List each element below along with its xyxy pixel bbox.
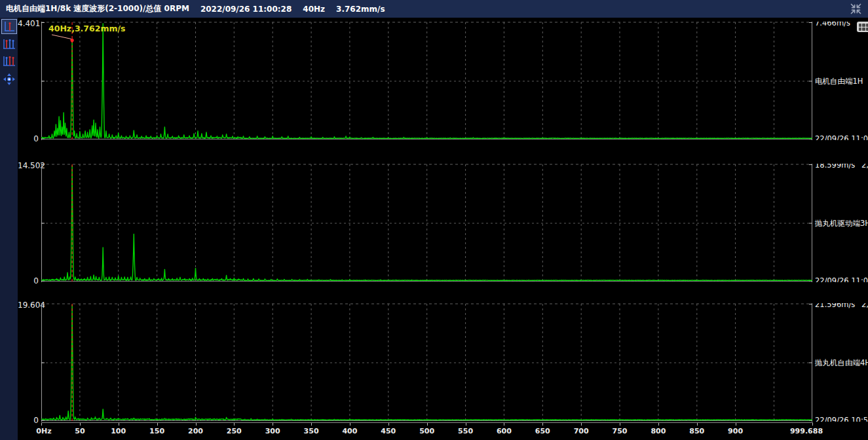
x-tick xyxy=(466,423,466,426)
x-tick xyxy=(581,423,582,426)
x-tick xyxy=(196,423,197,426)
channel-timestamp: 22/09/26 11:00:2 xyxy=(815,135,868,140)
spectrum-plot[interactable] xyxy=(41,22,812,140)
x-tick-label: 350 xyxy=(304,427,319,435)
x-tick-label: 800 xyxy=(651,427,666,435)
channel-name: 抛丸机驱动端3H xyxy=(815,219,868,227)
x-tick-label: 200 xyxy=(188,427,203,435)
x-tick xyxy=(388,423,389,426)
x-tick xyxy=(119,423,119,426)
x-tick xyxy=(157,423,158,426)
x-tick xyxy=(80,423,81,426)
x-tick-label: 900 xyxy=(728,427,743,435)
y-max-label: 4.401 xyxy=(18,20,39,28)
pan-tool[interactable] xyxy=(1,71,17,86)
channel-name: 抛丸机自由端4H xyxy=(815,359,868,367)
header-datetime: 2022/09/26 11:00:28 xyxy=(200,5,292,14)
header-cursor-frequency: 40Hz xyxy=(303,5,325,14)
x-tick-label: 50 xyxy=(75,427,85,435)
x-tick xyxy=(620,423,620,426)
spectrum-plot[interactable] xyxy=(41,164,812,282)
x-tick xyxy=(273,423,273,426)
x-axis: 0Hz5010015020025030035040045050055060065… xyxy=(41,422,868,439)
x-tick-label: 400 xyxy=(342,427,357,435)
spectrum-single-stem-icon xyxy=(3,20,16,33)
spectrum-plot[interactable] xyxy=(41,303,812,422)
x-tick xyxy=(427,423,428,426)
plot-region: 4.401 0 40Hz,3.762mm/s 7.466m/s^2,0RPM 电… xyxy=(18,18,868,440)
header-bar: 电机自由端1H/8k 速度波形(2-1000)/总值 0RPM 2022/09/… xyxy=(0,0,868,18)
spectrum-multi-stem-icon xyxy=(2,54,16,67)
x-tick-label: 0Hz xyxy=(36,427,51,435)
scale-tool-icon[interactable] xyxy=(857,22,868,32)
move-arrows-icon xyxy=(3,73,16,86)
x-tick-label: 999.688 xyxy=(790,427,823,435)
x-tick xyxy=(41,423,42,426)
channel-timestamp: 22/09/26 10:55:4 xyxy=(815,416,868,422)
x-tick xyxy=(504,423,504,426)
x-tick-label: 500 xyxy=(419,427,434,435)
y-zero-label: 0 xyxy=(18,135,39,143)
cursor-marker xyxy=(71,39,74,42)
x-tick xyxy=(542,423,543,426)
collapse-arrows-icon[interactable] xyxy=(850,3,862,15)
x-tick-label: 850 xyxy=(689,427,704,435)
channel-name: 电机自由端1H xyxy=(815,77,863,85)
y-max-label: 19.604 xyxy=(18,301,39,309)
header-cursor-value: 3.762mm/s xyxy=(336,5,385,14)
spectrum-multi-stem-icon xyxy=(2,37,16,50)
x-tick-label: 550 xyxy=(458,427,473,435)
multi-spectrum-tool-2[interactable] xyxy=(1,53,17,68)
x-tick-label: 700 xyxy=(574,427,589,435)
header-title: 电机自由端1H/8k 速度波形(2-1000)/总值 0RPM xyxy=(6,3,189,14)
spectrum-panel-3: 19.604 0 21.596m/s^2,0RPM 抛丸机自由端4H 22/09… xyxy=(41,303,812,422)
x-tick xyxy=(697,423,698,426)
spectrum-panel-2: 14.502 0 18.599m/s^2,0RPM 抛丸机驱动端3H 22/09… xyxy=(41,164,812,282)
x-tick xyxy=(736,423,736,426)
single-spectrum-tool[interactable] xyxy=(1,19,17,34)
x-tick-label: 250 xyxy=(227,427,242,435)
x-tick-label: 300 xyxy=(265,427,280,435)
y-zero-label: 0 xyxy=(18,416,39,424)
y-max-label: 14.502 xyxy=(18,162,39,170)
x-tick xyxy=(658,423,659,426)
channel-timestamp: 22/09/26 11:00:3 xyxy=(815,277,868,282)
x-tick-label: 150 xyxy=(149,427,164,435)
x-tick xyxy=(311,423,312,426)
spectrum-panel-1: 4.401 0 40Hz,3.762mm/s 7.466m/s^2,0RPM 电… xyxy=(41,22,812,140)
x-tick xyxy=(350,423,350,426)
x-tick-label: 600 xyxy=(497,427,512,435)
y-zero-label: 0 xyxy=(18,277,39,285)
cursor-annotation: 40Hz,3.762mm/s xyxy=(48,24,125,33)
x-tick-label: 100 xyxy=(111,427,126,435)
x-tick xyxy=(812,423,813,426)
x-tick-label: 750 xyxy=(613,427,628,435)
multi-spectrum-tool-1[interactable] xyxy=(1,36,17,51)
x-tick xyxy=(234,423,235,426)
x-tick-label: 450 xyxy=(381,427,396,435)
channel-overall-value: 21.596m/s^2,0RPM xyxy=(815,303,868,308)
sidebar-toolbar xyxy=(0,18,18,440)
x-tick-label: 650 xyxy=(535,427,550,435)
channel-overall-value: 18.599m/s^2,0RPM xyxy=(815,164,868,169)
